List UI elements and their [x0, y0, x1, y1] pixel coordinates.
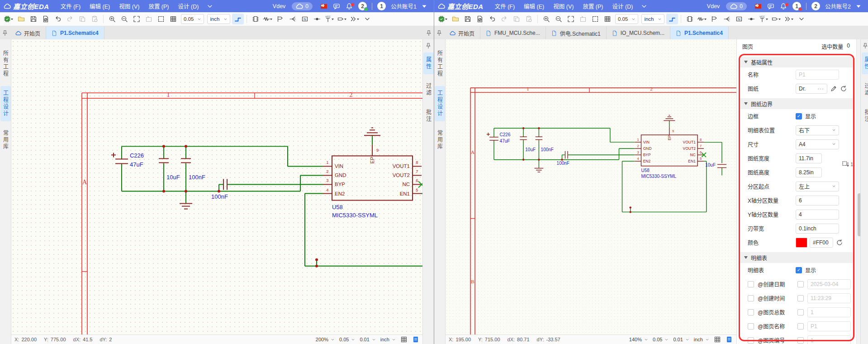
menu-item[interactable]: 设计 (D) [608, 1, 637, 11]
status-dropdown[interactable]: inch [380, 337, 396, 342]
grid-size-select[interactable]: 0.05 [615, 14, 638, 24]
collaborator-avatar[interactable]: 1 [792, 2, 801, 10]
grid-setting-button[interactable] [167, 14, 179, 24]
place-port-button[interactable] [709, 14, 721, 24]
account-caret-icon[interactable] [853, 3, 864, 10]
wire-tool-button[interactable] [666, 14, 678, 24]
menu-overflow-icon[interactable] [638, 3, 650, 10]
zoom-in-button[interactable] [106, 14, 118, 24]
save-button[interactable] [28, 14, 39, 24]
sync-status[interactable]: 0 [292, 2, 313, 10]
app-logo[interactable]: 嘉立创EDA [4, 1, 49, 11]
checkbox[interactable] [797, 295, 804, 301]
color-swatch[interactable] [796, 238, 807, 248]
account-avatar[interactable]: 1 [377, 2, 386, 10]
select-tool-button[interactable] [589, 14, 601, 24]
collapse-left-dock-icon[interactable] [0, 26, 10, 40]
reload-sheet-button[interactable] [840, 85, 847, 92]
menu-item[interactable]: 文件 (F) [57, 1, 85, 11]
feedback-icon[interactable] [331, 3, 342, 10]
select-tool-button[interactable] [155, 14, 167, 24]
account-caret-icon[interactable] [418, 3, 430, 10]
Y轴分区数量-input[interactable]: 4 [796, 210, 839, 220]
place-resistor-button[interactable] [262, 14, 274, 24]
checkbox[interactable]: ✓ [796, 267, 802, 273]
zoom-out-button[interactable] [119, 14, 130, 24]
reset-color-button[interactable] [836, 239, 843, 246]
language-flag-icon[interactable] [318, 3, 330, 10]
place-junction-button[interactable] [311, 14, 323, 24]
status-snap-icon[interactable] [412, 336, 419, 343]
place-component-button[interactable] [684, 14, 696, 24]
tab[interactable]: IO_MCU.Schem... [607, 26, 670, 40]
undo-button[interactable] [486, 14, 498, 24]
place-power-button[interactable]: VCC [323, 14, 336, 24]
status-snap-icon[interactable] [726, 336, 733, 343]
checkbox[interactable] [748, 337, 754, 344]
account-avatar[interactable]: 2 [811, 2, 820, 10]
section-header[interactable]: 基础属性 [740, 57, 854, 67]
checkbox[interactable]: ✓ [796, 113, 802, 119]
place-net-label-button[interactable]: N [299, 14, 311, 24]
dock-item[interactable]: 批注 [862, 105, 868, 127]
place-resistor-button[interactable] [696, 14, 708, 24]
place-bus-button[interactable] [783, 14, 795, 24]
edit-sheet-button[interactable] [830, 85, 837, 92]
place-net-label-button[interactable]: N [733, 14, 745, 24]
checkbox[interactable] [748, 295, 754, 301]
app-logo[interactable]: 嘉立创EDA [438, 1, 484, 11]
collapse-icon[interactable] [744, 61, 748, 63]
version-label[interactable]: Vdev [273, 3, 286, 10]
zoom-fit-button[interactable] [565, 14, 577, 24]
version-label[interactable]: Vdev [707, 3, 720, 10]
menu-item[interactable]: 视图 (V) [549, 1, 578, 11]
place-net-port-button[interactable] [336, 14, 348, 24]
feedback-icon[interactable] [765, 3, 777, 10]
tab[interactable]: FMU_MCU.Sche... [480, 26, 546, 40]
schematic-canvas[interactable]: 12ABC22647uF10uF100nF100nFU58MIC5330-SSY… [445, 39, 736, 334]
menu-item[interactable]: 放置 (P) [144, 1, 173, 11]
status-grid-icon[interactable] [714, 336, 721, 343]
zoom-in-button[interactable] [541, 14, 552, 24]
sheet-template-input[interactable]: Dr.··· [796, 84, 827, 94]
dock-item[interactable]: 属性 [862, 53, 868, 74]
tab[interactable]: 开始页 [10, 26, 46, 40]
status-dropdown[interactable]: 0.05 [339, 337, 355, 342]
schematic-canvas[interactable]: 12AC22647uF10uF100nF100nFU58MIC5330-SSYM… [11, 39, 423, 334]
place-net-flag-button[interactable] [287, 14, 299, 24]
checkbox[interactable] [797, 337, 804, 344]
section-header[interactable]: 图纸边界 [740, 98, 854, 109]
grid-setting-button[interactable] [602, 14, 613, 24]
dock-item[interactable]: 属性 [423, 53, 434, 74]
section-header[interactable]: 明细表 [740, 252, 854, 263]
dock-item[interactable]: 常用库 [435, 126, 445, 154]
dock-item[interactable]: 过滤 [862, 79, 868, 100]
place-net-port-button[interactable] [770, 14, 783, 24]
open-button[interactable] [15, 14, 27, 24]
menu-item[interactable]: 编辑 (E) [85, 1, 114, 11]
panel-pin-icon[interactable] [425, 39, 432, 50]
tab[interactable]: 开始页 [444, 26, 480, 40]
dock-item[interactable]: 工程设计 [435, 86, 445, 121]
zoom-fit-button[interactable] [131, 14, 142, 24]
more-tools-button[interactable] [361, 14, 373, 24]
checkbox[interactable] [748, 281, 754, 287]
place-junction-button[interactable] [745, 14, 757, 24]
panel-pin-icon[interactable] [862, 39, 868, 50]
color-value-input[interactable]: #FF00 [810, 238, 833, 248]
place-power-button[interactable]: VCC [758, 14, 770, 24]
unit-select[interactable]: inch [207, 14, 230, 24]
dock-item[interactable]: 常用库 [0, 126, 11, 154]
menu-item[interactable]: 文件 (F) [491, 1, 519, 11]
menu-item[interactable]: 设计 (D) [174, 1, 203, 11]
export-button[interactable] [474, 14, 486, 24]
menu-item[interactable]: 视图 (V) [115, 1, 143, 11]
undo-button[interactable] [52, 14, 64, 24]
dock-item[interactable]: 所有工程 [435, 46, 445, 81]
tab[interactable]: P1.Schematic4 [670, 26, 729, 40]
place-net-flag-button[interactable] [721, 14, 733, 24]
status-dropdown[interactable]: 200% [316, 337, 335, 342]
wire-tool-button[interactable] [232, 14, 244, 24]
尺寸-select[interactable]: A4 [796, 139, 839, 149]
dock-item[interactable]: 批注 [423, 105, 434, 127]
